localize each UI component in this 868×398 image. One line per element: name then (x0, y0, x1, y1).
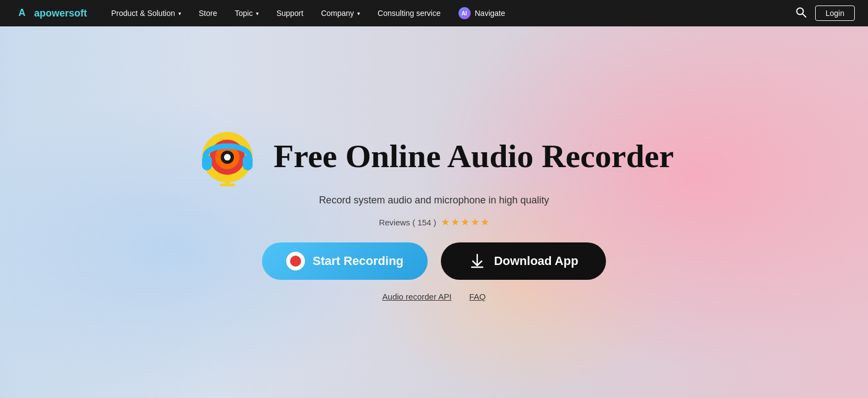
ai-badge: AI (458, 7, 471, 19)
download-app-button[interactable]: Download App (441, 242, 606, 280)
chevron-down-icon: ▾ (357, 10, 360, 16)
svg-line-3 (803, 14, 806, 17)
svg-rect-10 (243, 155, 253, 170)
chevron-down-icon: ▾ (256, 10, 259, 16)
download-app-label: Download App (494, 254, 578, 268)
star-3: ★ (461, 216, 470, 228)
hero-links: Audio recorder API FAQ (383, 292, 486, 301)
reviews-label: Reviews ( 154 ) (379, 218, 436, 227)
logo-link[interactable]: A apowersoft (13, 4, 87, 22)
search-icon[interactable] (795, 7, 806, 20)
nav-items: Product & Solution ▾ Store Topic ▾ Suppo… (102, 0, 795, 26)
svg-point-8 (224, 154, 231, 161)
nav-item-topic[interactable]: Topic ▾ (226, 0, 268, 26)
star-rating: ★ ★ ★ ★ ★ (441, 216, 489, 228)
navigation: A apowersoft Product & Solution ▾ Store … (0, 0, 868, 26)
svg-rect-9 (202, 155, 212, 170)
star-4: ★ (471, 216, 479, 228)
nav-item-company[interactable]: Company ▾ (312, 0, 369, 26)
star-1: ★ (441, 216, 450, 228)
hero-subtitle: Record system audio and microphone in hi… (319, 195, 549, 206)
audio-recorder-api-link[interactable]: Audio recorder API (383, 292, 452, 301)
record-dot (290, 256, 301, 267)
hero-buttons: Start Recording Download App (262, 242, 606, 280)
hero-section: Free Online Audio Recorder Record system… (0, 26, 868, 398)
star-2: ★ (451, 216, 460, 228)
nav-item-consulting[interactable]: Consulting service (369, 0, 449, 26)
hero-content: Free Online Audio Recorder Record system… (194, 123, 674, 301)
star-5: ★ (481, 216, 489, 228)
faq-link[interactable]: FAQ (469, 292, 485, 301)
hero-title: Free Online Audio Recorder (274, 137, 674, 175)
download-icon (468, 252, 486, 270)
svg-text:A: A (19, 7, 26, 18)
hero-title-row: Free Online Audio Recorder (194, 123, 674, 189)
nav-right: Login (795, 5, 855, 21)
logo-text: apowersoft (34, 8, 87, 19)
login-button[interactable]: Login (815, 5, 855, 21)
nav-item-product-solution[interactable]: Product & Solution ▾ (102, 0, 190, 26)
chevron-down-icon: ▾ (178, 10, 181, 16)
start-recording-label: Start Recording (313, 254, 403, 268)
app-icon (194, 123, 260, 189)
nav-item-support[interactable]: Support (268, 0, 312, 26)
reviews-row: Reviews ( 154 ) ★ ★ ★ ★ ★ (379, 216, 489, 228)
svg-rect-12 (220, 184, 235, 186)
nav-item-navigate[interactable]: AI Navigate (450, 0, 514, 26)
start-recording-button[interactable]: Start Recording (262, 242, 428, 280)
record-icon (286, 252, 305, 270)
logo-icon: A (13, 4, 31, 22)
nav-item-store[interactable]: Store (190, 0, 226, 26)
